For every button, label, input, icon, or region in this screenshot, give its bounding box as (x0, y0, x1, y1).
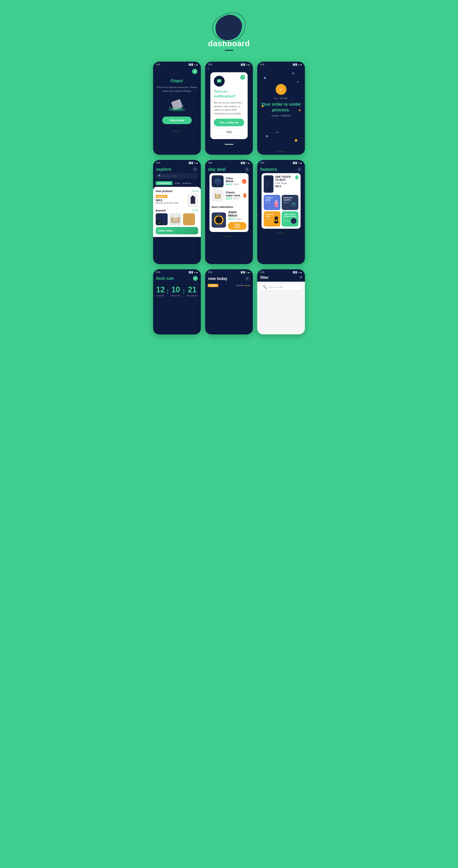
add-product-2-button[interactable]: + (243, 193, 247, 198)
status-icons-9: ▋▋▋ ▾ ▬ (293, 271, 302, 273)
filter-header: 9:41 ▋▋▋ ▾ ▬ filter ≡ (257, 269, 305, 282)
add-product-1-button[interactable]: + (242, 179, 247, 184)
product-2-name: Classic super clova (226, 191, 241, 197)
share-title: share today. (158, 229, 196, 232)
settings-icon-8[interactable]: ⚙ (244, 276, 250, 281)
apple-watch-img (211, 212, 226, 228)
svg-rect-15 (216, 194, 220, 198)
svg-rect-24 (269, 189, 270, 191)
popular-item-2[interactable] (169, 213, 181, 225)
popular-section: popular See All view (156, 209, 198, 225)
status-bar-9: 9:41 ▋▋▋ ▾ ▬ (257, 269, 305, 274)
apple-watch-card[interactable]: Apple Watch 3 Black series 3 02. 10.09 (282, 211, 298, 226)
bluetooth-card[interactable]: Bluetooth speaker $ 31.2 (282, 195, 298, 210)
explore-search-bar[interactable]: 🔍 Type for "split" (156, 173, 198, 179)
notif-title: Turn on notification? (214, 89, 244, 99)
phone-order-done: 9:41 ▋▋▋ ▾ ▬ ✓ ALL DONE Your order is un… (257, 62, 305, 155)
svg-marker-6 (218, 83, 219, 83)
product-1-name: Clova MOVA (226, 177, 240, 183)
minutes-number: 10 (171, 285, 181, 294)
phone-explore: 9:41 ▋▋▋ ▾ ▬ explore ⚙ 🔍 Type for "split… (153, 160, 201, 264)
status-icons-1: ▋▋▋ ▾ ▬ (189, 64, 198, 66)
signal-icon-3: ▋▋▋ (293, 64, 297, 66)
add-cart-button[interactable]: ADD CART (228, 222, 247, 230)
svg-rect-17 (220, 193, 221, 198)
deal-item-2: Classic super clova $22.9 $32.9 + (211, 189, 247, 202)
close-button[interactable]: ✕ (192, 69, 197, 74)
signal-icon: ▋▋▋ (189, 64, 193, 66)
status-icons-4: ▋▋▋ ▾ ▬ (189, 162, 198, 164)
settings-icon-5[interactable]: ⚙ (244, 167, 250, 172)
svg-point-28 (291, 202, 297, 208)
parfurm-img (273, 199, 280, 208)
lamp-img (273, 216, 280, 225)
add-chair-button[interactable]: + (295, 175, 298, 180)
phone-row-2: 9:41 ▋▋▋ ▾ ▬ explore ⚙ 🔍 Type for "split… (153, 160, 305, 264)
popular-item-1[interactable]: view (156, 213, 168, 225)
new-today-subheader: techno See All (205, 282, 253, 289)
new-today-see-all[interactable]: See All (236, 284, 250, 287)
svg-rect-26 (274, 201, 278, 207)
battery-icon-8: ▬ (248, 271, 250, 273)
best-collections-section: best collections. Apple Watch (211, 204, 247, 230)
parfurm-card[interactable]: Parfurm grape $ 3.2 (264, 195, 281, 210)
see-all-label: See All (236, 284, 243, 287)
features-grid: Parfurm grape $ 3.2 Bluetooth speaker (264, 195, 298, 226)
tab-collections[interactable]: collections (156, 181, 172, 185)
svg-point-19 (215, 217, 222, 223)
see-all-new[interactable]: See All (192, 190, 198, 192)
flash-header: flash sale ✕ (153, 274, 201, 282)
explore-tabs: collections deals features (153, 180, 201, 187)
status-bar-7: 9:41 ▋▋▋ ▾ ▬ (153, 269, 201, 274)
clova-mova-img (211, 175, 224, 187)
signal-icon-5: ▋▋▋ (241, 162, 246, 164)
wifi-icon-7: ▾ (194, 271, 195, 273)
product-image-1 (187, 194, 198, 207)
notif-close-button[interactable]: ✕ (240, 75, 245, 80)
product-name-1: Modern Essential Chair (156, 202, 178, 204)
retry-button[interactable]: Retry Now (162, 117, 192, 124)
popular-item-3[interactable] (183, 213, 195, 225)
svg-rect-23 (267, 189, 268, 191)
status-bar-4: 9:41 ▋▋▋ ▾ ▬ (153, 160, 201, 165)
wifi-icon-4: ▾ (194, 162, 195, 164)
tab-features[interactable]: features (183, 182, 191, 184)
minutes-label: MINUTES (171, 295, 181, 297)
all-done-label: ALL DONE (274, 97, 288, 100)
features-title: features (260, 167, 277, 172)
yes-notify-button[interactable]: Yes, notify me (214, 119, 244, 126)
seconds-cell: 21 SECONDS (187, 285, 198, 297)
one-touch-title: ONE TOUCH TO BUY! (275, 175, 294, 182)
battery-icon: ▬ (196, 64, 198, 66)
status-bar-6: 9:41 ▋▋▋ ▾ ▬ (257, 160, 305, 165)
new-product-section-header: new product See All (156, 189, 198, 193)
chair-product-img (264, 175, 273, 193)
tab-deals[interactable]: deals (174, 182, 180, 184)
phone-notification: 9:41 ▋▋▋ ▾ ▬ ‹ ✕ Turn (205, 62, 253, 155)
settings-icon-6[interactable]: ⚙ (297, 167, 302, 172)
hamburger-icon[interactable]: ≡ (300, 275, 302, 280)
apple-watch-deal: Apple Watch $22.9 $32.0 ADD CART (211, 210, 247, 230)
view-badge: view (157, 222, 162, 224)
signal-icon-6: ▋▋▋ (293, 162, 297, 164)
phone-day-deal: 9:41 ▋▋▋ ▾ ▬ day deal ⚙ (205, 160, 253, 264)
bluetooth-img (290, 201, 297, 208)
classic-clova-img (211, 189, 224, 202)
svg-rect-20 (218, 214, 220, 216)
new-product-row: architect $60.9 Modern Essential Chair (156, 194, 198, 207)
header-divider (225, 50, 233, 51)
wifi-icon-3: ▾ (298, 64, 299, 66)
filter-search-bar[interactable]: 🔍 Type for "split" (260, 283, 302, 290)
back-arrow-icon[interactable]: ‹ (208, 67, 209, 70)
colon-1: : (167, 287, 169, 295)
status-time-2: 9:41 (208, 63, 212, 66)
day-deal-title: day deal (208, 167, 226, 172)
flash-close-button[interactable]: ✕ (193, 276, 198, 281)
features-content: ONE TOUCH TO BUY! Chair Single $29.4 + P… (257, 173, 305, 229)
lamp-card[interactable]: Lamp Kit Tube $ 3.2 (264, 211, 281, 226)
hours-label: HOURS (156, 295, 165, 297)
status-icons-6: ▋▋▋ ▾ ▬ (293, 162, 302, 164)
skip-button[interactable]: Skip (214, 128, 244, 135)
settings-icon[interactable]: ⚙ (193, 167, 198, 172)
see-all-popular[interactable]: See All (192, 209, 198, 212)
